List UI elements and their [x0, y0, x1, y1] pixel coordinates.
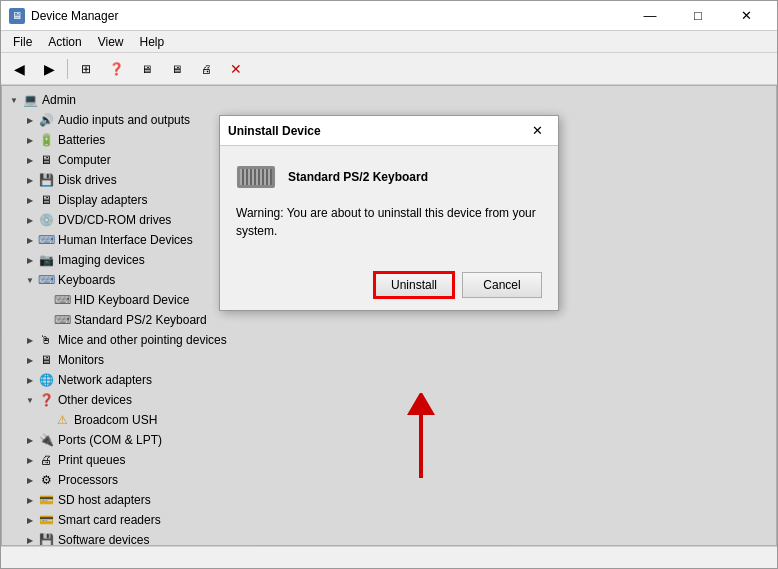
menu-bar: File Action View Help: [1, 31, 777, 53]
app-icon: 🖥: [9, 8, 25, 24]
menu-help[interactable]: Help: [132, 33, 173, 51]
maximize-button[interactable]: □: [675, 1, 721, 31]
device-manager-window: 🖥 Device Manager — □ ✕ File Action View …: [0, 0, 778, 569]
red-arrow-svg: [391, 393, 451, 483]
dialog-footer: Uninstall Cancel: [220, 264, 558, 310]
arrow-container: [391, 393, 451, 486]
toolbar-forward[interactable]: ▶: [35, 56, 63, 82]
content-area: 💻 Admin 🔊 Audio inputs and outputs 🔋 Bat…: [1, 85, 777, 546]
menu-view[interactable]: View: [90, 33, 132, 51]
keyboard-image: [237, 166, 275, 188]
dialog-warning-text: Warning: You are about to uninstall this…: [236, 204, 542, 240]
dialog-device-name: Standard PS/2 Keyboard: [288, 170, 428, 184]
modal-overlay: Uninstall Device ✕ Standard PS/2 Keyboar…: [1, 85, 777, 546]
window-controls: — □ ✕: [627, 1, 769, 31]
cancel-button[interactable]: Cancel: [462, 272, 542, 298]
toolbar-help[interactable]: ❓: [102, 56, 130, 82]
dialog-keyboard-icon: [236, 162, 276, 192]
window-title: Device Manager: [31, 9, 627, 23]
menu-file[interactable]: File: [5, 33, 40, 51]
toolbar-print[interactable]: 🖨: [192, 56, 220, 82]
dialog-close-button[interactable]: ✕: [524, 118, 550, 144]
dialog-title-bar: Uninstall Device ✕: [220, 116, 558, 146]
menu-action[interactable]: Action: [40, 33, 89, 51]
uninstall-dialog: Uninstall Device ✕ Standard PS/2 Keyboar…: [219, 115, 559, 311]
toolbar-remove[interactable]: ✕: [222, 56, 250, 82]
uninstall-button[interactable]: Uninstall: [374, 272, 454, 298]
dialog-title: Uninstall Device: [228, 124, 524, 138]
status-bar: [1, 546, 777, 568]
toolbar-sep-1: [67, 59, 68, 79]
close-button[interactable]: ✕: [723, 1, 769, 31]
toolbar: ◀ ▶ ⊞ ❓ 🖥 🖥 🖨 ✕: [1, 53, 777, 85]
minimize-button[interactable]: —: [627, 1, 673, 31]
toolbar-scan[interactable]: 🖥: [132, 56, 160, 82]
dialog-device-row: Standard PS/2 Keyboard: [236, 162, 542, 192]
toolbar-back[interactable]: ◀: [5, 56, 33, 82]
dialog-body: Standard PS/2 Keyboard Warning: You are …: [220, 146, 558, 264]
toolbar-update[interactable]: 🖥: [162, 56, 190, 82]
title-bar: 🖥 Device Manager — □ ✕: [1, 1, 777, 31]
toolbar-properties[interactable]: ⊞: [72, 56, 100, 82]
